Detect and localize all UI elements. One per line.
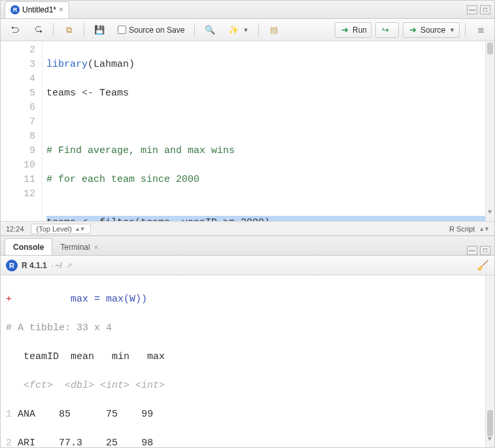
code-content[interactable]: library(Lahman) teams <- Teams # Find av…: [43, 41, 494, 221]
arrow-right-icon: ⮎: [33, 25, 43, 35]
pane-window-controls: — □: [467, 246, 490, 255]
table-row: 1 ANA 85 75 99: [6, 407, 494, 422]
source-tab-untitled[interactable]: R Untitled1* ×: [5, 1, 69, 18]
wd-popout-icon[interactable]: ⇗: [66, 261, 73, 270]
source-on-save-label: Source on Save: [129, 26, 184, 35]
r-file-icon: R: [10, 5, 20, 14]
working-dir-label: · ~/: [51, 261, 62, 270]
source-pane: R Untitled1* × — □ ⮌ ⮎ ⧉ 💾 Source on Sav…: [1, 1, 494, 236]
console-scrollbar[interactable]: ▼: [485, 275, 494, 448]
source-tabbar: R Untitled1* × — □: [1, 1, 494, 19]
console-pane: Console Terminal× — □ R R 4.1.1 · ~/ ⇗ 🧹…: [1, 236, 494, 448]
outline-icon: ≣: [475, 25, 486, 35]
chevron-down-icon[interactable]: ▼: [488, 432, 492, 447]
separator: [194, 23, 195, 37]
source-toolbar: ⮌ ⮎ ⧉ 💾 Source on Save 🔍 ✨▼ ▤ ➔ Run ↪ ➔ …: [1, 19, 494, 41]
maximize-pane-button[interactable]: □: [480, 5, 490, 14]
minimize-pane-button[interactable]: —: [467, 5, 477, 14]
find-button[interactable]: 🔍: [200, 22, 220, 38]
save-button[interactable]: 💾: [90, 22, 109, 38]
source-statusbar: 12:24 (Top Level) ▲▼ R Script ▲▼: [1, 221, 494, 235]
wand-icon: ✨: [228, 25, 239, 35]
run-label: Run: [352, 26, 367, 35]
console-header: R R 4.1.1 · ~/ ⇗ 🧹: [1, 256, 494, 275]
compile-report-button[interactable]: ▤: [264, 22, 284, 38]
cursor-position: 12:24: [6, 225, 24, 233]
forward-button[interactable]: ⮎: [28, 22, 48, 38]
r-version-label: R 4.1.1: [22, 261, 47, 270]
scope-label: (Top Level): [37, 225, 72, 233]
scrollbar-thumb[interactable]: [487, 43, 493, 54]
notebook-icon: ▤: [269, 25, 279, 35]
outline-button[interactable]: ≣: [471, 22, 490, 38]
console-tabbar: Console Terminal× — □: [1, 236, 494, 256]
arrow-left-icon: ⮌: [9, 25, 20, 35]
show-in-new-window-button[interactable]: ⧉: [59, 22, 78, 38]
r-logo-icon: R: [6, 260, 18, 271]
source-on-save-toggle[interactable]: Source on Save: [113, 23, 189, 37]
run-arrow-icon: ➔: [339, 25, 350, 35]
table-column-headers: teamID mean min max: [6, 350, 494, 364]
chevron-down-icon: ▼: [449, 27, 455, 33]
minimize-pane-button[interactable]: —: [467, 246, 477, 255]
continuation-prompt: +: [6, 294, 12, 305]
source-label: Source: [420, 26, 445, 35]
clear-console-button[interactable]: 🧹: [477, 260, 489, 271]
maximize-pane-button[interactable]: □: [480, 246, 490, 255]
separator: [53, 23, 54, 37]
file-type-label: R Script: [449, 225, 475, 233]
separator: [465, 23, 466, 37]
code-tools-button[interactable]: ✨▼: [224, 22, 253, 38]
search-icon: 🔍: [205, 25, 215, 35]
table-row: 2 ARI 77.3 25 98: [6, 436, 494, 448]
pane-window-controls: — □: [467, 5, 490, 14]
back-button[interactable]: ⮌: [5, 22, 24, 38]
source-arrow-icon: ➔: [407, 25, 418, 35]
checkbox-icon: [118, 26, 126, 34]
source-tab-title: Untitled1*: [22, 5, 56, 14]
table-column-types: <fct> <dbl> <int> <int>: [6, 379, 494, 393]
echoed-expression: max = max(W)): [12, 294, 147, 305]
chevron-down-icon[interactable]: ▼: [488, 205, 492, 220]
save-icon: 💾: [94, 25, 105, 35]
rerun-icon: ↪: [380, 25, 390, 35]
rerun-button[interactable]: ↪: [375, 22, 399, 38]
tibble-header: # A tibble: 33 x 4: [6, 321, 494, 336]
console-output[interactable]: + max = max(W)) # A tibble: 33 x 4 teamI…: [1, 275, 494, 448]
separator: [84, 23, 84, 37]
editor-scrollbar[interactable]: ▼: [485, 41, 494, 221]
code-editor[interactable]: 2 3 4 5 6 7 8 9 10 11 12 library(Lahman)…: [1, 41, 494, 221]
run-button[interactable]: ➔ Run: [335, 22, 371, 38]
popout-icon: ⧉: [63, 25, 74, 35]
source-button[interactable]: ➔ Source ▼: [403, 22, 460, 38]
close-icon[interactable]: ×: [59, 5, 63, 14]
close-icon[interactable]: ×: [94, 243, 98, 251]
tab-console[interactable]: Console: [5, 238, 52, 255]
updown-icon: ▲▼: [75, 226, 85, 232]
updown-icon[interactable]: ▲▼: [479, 226, 489, 232]
line-gutter: 2 3 4 5 6 7 8 9 10 11 12: [1, 41, 43, 221]
separator: [258, 23, 259, 37]
chevron-down-icon: ▼: [243, 27, 248, 33]
tab-terminal[interactable]: Terminal×: [52, 239, 106, 255]
scope-selector[interactable]: (Top Level) ▲▼: [31, 224, 91, 234]
